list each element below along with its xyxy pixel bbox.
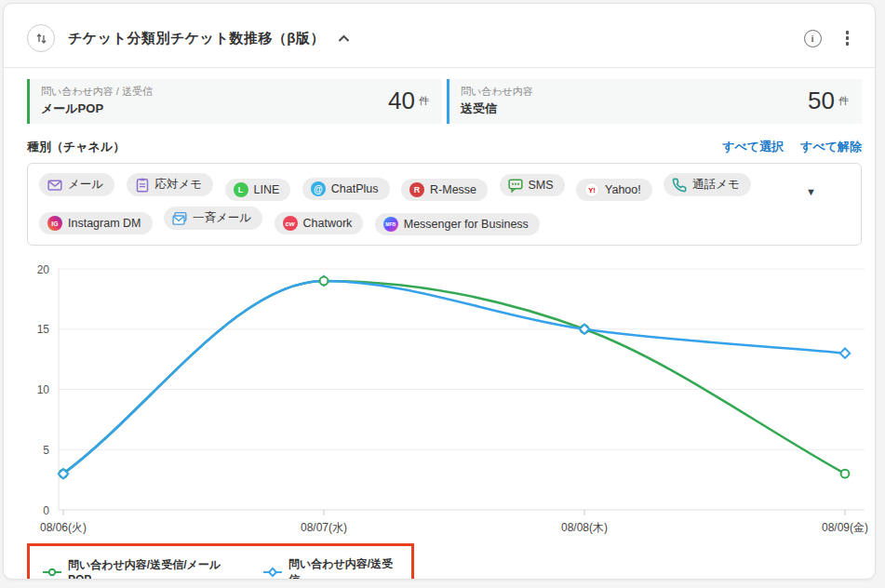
call-memo-icon — [672, 178, 687, 193]
stat-name: メールPOP — [41, 100, 388, 117]
widget-title: チケット分類別チケット数推移（β版） — [68, 30, 325, 47]
yahoo-icon: Y! — [584, 182, 599, 197]
svg-text:08/06(火): 08/06(火) — [40, 521, 87, 534]
chip-mail[interactable]: メール — [39, 173, 114, 196]
chip-rmesse[interactable]: R R-Messe — [401, 179, 488, 201]
svg-text:10: 10 — [37, 383, 50, 396]
stat-category: 問い合わせ内容 — [461, 85, 808, 99]
stat-category: 問い合わせ内容 / 送受信 — [41, 85, 388, 99]
svg-text:08/07(水): 08/07(水) — [301, 521, 347, 534]
stat-cards: 問い合わせ内容 / 送受信 メールPOP 40 件 問い合わせ内容 送受信 50… — [27, 79, 862, 124]
channel-filter-label: 種別（チャネル） — [27, 139, 125, 155]
green-circle-marker-icon — [43, 568, 61, 577]
chip-chatwork[interactable]: cw Chatwork — [275, 212, 364, 234]
stat-card-soujushin: 問い合わせ内容 送受信 50 件 — [447, 79, 862, 124]
widget-header: チケット分類別チケット数推移（β版） i — [4, 4, 875, 67]
select-all-link[interactable]: すべて選択 — [722, 139, 784, 155]
chip-instagram[interactable]: IG Instagram DM — [39, 212, 153, 234]
legend-item-soujushin[interactable]: 問い合わせ内容/送受信 — [263, 556, 398, 581]
chip-sms[interactable]: SMS — [500, 174, 565, 196]
chip-call-memo[interactable]: 通話メモ — [664, 173, 751, 196]
reorder-button[interactable] — [27, 24, 55, 52]
channel-filter-header: 種別（チャネル） すべて選択 すべて解除 — [27, 139, 862, 155]
info-icon[interactable]: i — [804, 30, 822, 47]
svg-text:5: 5 — [43, 443, 49, 456]
chart-svg: 0510152008/06(火)08/07(水)08/08(木)08/09(金) — [20, 259, 876, 540]
svg-text:15: 15 — [37, 323, 50, 336]
widget-card: チケット分類別チケット数推移（β版） i 問い合わせ内容 / 送受信 メールPO… — [3, 3, 876, 580]
svg-text:08/08(木): 08/08(木) — [561, 521, 608, 534]
svg-text:08/09(金): 08/09(金) — [822, 521, 868, 534]
clear-all-link[interactable]: すべて解除 — [800, 139, 862, 155]
chip-bulk-mail[interactable]: 一斉メール — [164, 207, 262, 230]
instagram-icon: IG — [47, 216, 62, 231]
stat-value: 50 — [808, 87, 835, 115]
chip-yahoo[interactable]: Y! Yahoo! — [576, 179, 652, 201]
svg-text:0: 0 — [43, 503, 49, 516]
stat-value: 40 — [388, 87, 415, 115]
chevron-up-icon — [338, 34, 350, 43]
stat-unit: 件 — [838, 94, 849, 108]
stat-card-mailpop: 問い合わせ内容 / 送受信 メールPOP 40 件 — [27, 79, 442, 124]
kebab-menu-icon[interactable] — [844, 29, 851, 47]
legend-item-mailpop[interactable]: 問い合わせ内容/送受信/メールPOP — [43, 557, 235, 580]
line-chart: 0510152008/06(火)08/07(水)08/08(木)08/09(金) — [20, 259, 875, 540]
sort-arrows-icon — [35, 33, 47, 45]
legend-highlight-box: 問い合わせ内容/送受信/メールPOP 問い合わせ内容/送受信 — [27, 543, 414, 581]
chatwork-icon: cw — [283, 216, 298, 231]
channel-chips-box: メール 応対メモ L LINE @ ChatPlus R R-Messe SMS… — [27, 163, 862, 246]
blue-diamond-marker-icon — [263, 567, 282, 578]
line-icon: L — [234, 182, 248, 197]
mail-icon — [47, 178, 62, 193]
stat-unit: 件 — [419, 94, 429, 108]
chatplus-icon: @ — [311, 181, 326, 196]
svg-text:20: 20 — [37, 262, 50, 275]
chip-chatplus[interactable]: @ ChatPlus — [302, 178, 390, 200]
chips-dropdown-caret[interactable]: ▼ — [806, 186, 816, 197]
bulk-mail-icon — [172, 211, 187, 226]
header-divider — [4, 67, 875, 68]
sms-icon — [508, 178, 523, 193]
chip-memo[interactable]: 応対メモ — [127, 173, 214, 196]
rmesse-icon: R — [409, 182, 424, 197]
collapse-button[interactable] — [338, 34, 350, 43]
chip-messenger[interactable]: MFB Messenger for Business — [375, 213, 540, 235]
chip-line[interactable]: L LINE — [225, 179, 291, 201]
messenger-icon: MFB — [383, 217, 398, 232]
memo-icon — [135, 178, 150, 193]
stat-name: 送受信 — [461, 100, 808, 117]
